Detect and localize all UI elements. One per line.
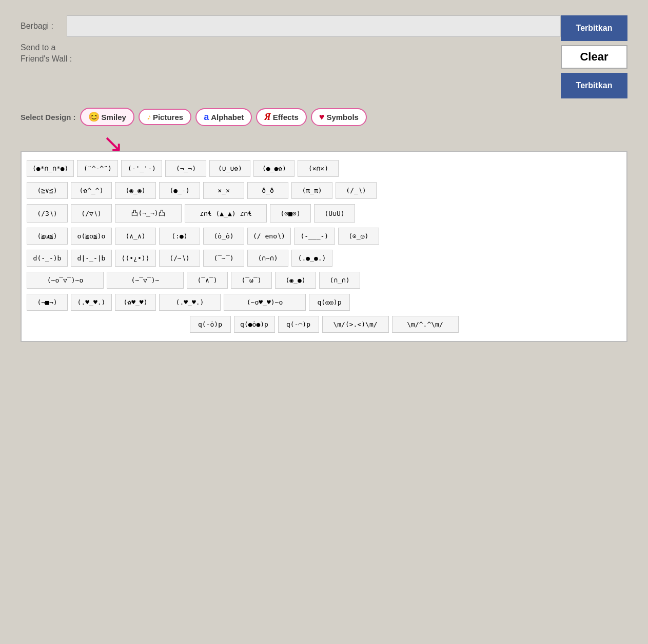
terbitkan-button-top[interactable]: Terbitkan xyxy=(561,15,627,41)
emoji-btn[interactable]: (U∪U) xyxy=(314,204,355,223)
tab-effects-label: Effects xyxy=(273,113,299,122)
emoji-btn[interactable]: (π_π) xyxy=(291,182,332,199)
emoji-btn[interactable]: o(≧o≦)o xyxy=(71,228,112,245)
emoji-btn[interactable]: q(◎◎)p xyxy=(309,294,350,311)
emoji-btn[interactable]: (◉_●) xyxy=(275,272,316,289)
emoji-row-2: (≧∨≦) (✿^_^) (◉_◉) (●_-) ✕_✕ ð_ð (π_π) (… xyxy=(27,182,621,199)
emoji-btn[interactable]: d(-_-)b xyxy=(27,250,68,267)
emoji-btn[interactable]: (◉_◉) xyxy=(115,182,156,199)
emoji-btn[interactable]: (‾∼‾) xyxy=(203,250,244,267)
emoji-btn[interactable]: (-'_'-) xyxy=(121,160,162,177)
symbols-icon: ♥ xyxy=(319,112,325,123)
emoji-btn[interactable]: \m/(>.<)\m/ xyxy=(322,316,389,333)
pictures-icon: ♪ xyxy=(147,112,151,122)
tab-pictures[interactable]: ♪ Pictures xyxy=(139,109,191,125)
tab-pictures-label: Pictures xyxy=(153,113,183,122)
alphabet-icon: a xyxy=(204,112,209,123)
emoji-btn[interactable]: ⟨(•¿•)⟩ xyxy=(115,250,156,267)
arrow-indicator: ↘ xyxy=(103,131,123,156)
tab-smiley-label: Smiley xyxy=(102,113,126,122)
friend-wall-row: Send to aFriend's Wall : xyxy=(21,42,561,65)
emoji-btn[interactable]: 凸(¬_¬)凸 xyxy=(115,204,182,223)
tab-symbols-label: Symbols xyxy=(326,113,359,122)
emoji-row-4: (≧ω≦) o(≧o≦)o (∧_∧) (:●) (ȯ_ȯ) (∕ eno∖) … xyxy=(27,228,621,245)
emoji-btn[interactable]: (≧∨≦) xyxy=(27,182,68,199)
tab-alphabet[interactable]: a Alphabet xyxy=(195,108,252,126)
terbitkan-button-bottom[interactable]: Terbitkan xyxy=(561,73,627,98)
emoji-btn[interactable]: (✿♥_♥) xyxy=(115,294,156,311)
emoji-btn[interactable]: (‾∧‾) xyxy=(187,272,228,289)
emoji-btn[interactable]: (∩_∩) xyxy=(319,272,360,289)
emoji-btn[interactable]: (⊙■⊙) xyxy=(270,204,311,223)
emoji-btn[interactable]: (.♥_♥.) xyxy=(71,294,112,311)
emoji-btn[interactable]: (∕3∖) xyxy=(27,204,68,223)
emoji-btn[interactable]: (¬■¬) xyxy=(27,294,68,311)
emoji-btn[interactable]: (∪_∪✿) xyxy=(209,160,250,177)
share-input[interactable] xyxy=(67,15,561,37)
emoji-grid: (●*∩_∩*●) (¨^-^¨) (-'_'-) (¬_¬) (∪_∪✿) (… xyxy=(21,151,627,342)
emoji-btn[interactable]: (✿^_^) xyxy=(71,182,112,199)
emoji-btn[interactable]: (✕∩✕) xyxy=(298,160,339,177)
emoji-btn[interactable]: (~o‾▽‾)~o xyxy=(27,272,104,289)
select-design-label: Select Design : xyxy=(21,113,76,122)
emoji-btn[interactable]: ɾ∩ɬ (▲_▲) ɾ∩ɬ xyxy=(185,204,267,223)
smiley-icon: 😊 xyxy=(88,111,100,123)
emoji-btn[interactable]: (‾ω‾) xyxy=(231,272,272,289)
top-area: Berbagi : Send to aFriend's Wall : Terbi… xyxy=(21,15,627,98)
emoji-btn[interactable]: (●*∩_∩*●) xyxy=(27,160,74,177)
emoji-btn[interactable]: (∕▽∖) xyxy=(71,204,112,223)
emoji-btn[interactable]: (-___-) xyxy=(294,228,335,245)
right-buttons: Terbitkan Clear Terbitkan xyxy=(561,15,627,98)
emoji-btn[interactable]: (≧ω≦) xyxy=(27,228,68,245)
emoji-btn[interactable]: (∩∼∩) xyxy=(247,250,288,267)
emoji-btn[interactable]: \m/^.^\m/ xyxy=(392,316,459,333)
emoji-btn[interactable]: (∕∼∖) xyxy=(159,250,200,267)
share-row: Berbagi : xyxy=(21,15,561,37)
emoji-btn[interactable]: (~o♥_♥)~o xyxy=(224,294,306,311)
select-design-row: Select Design : 😊 Smiley ♪ Pictures a Al… xyxy=(21,108,627,126)
emoji-btn[interactable]: (~‾▽‾)~ xyxy=(107,272,184,289)
emoji-btn[interactable]: ð_ð xyxy=(247,182,288,199)
emoji-btn[interactable]: (¨^-^¨) xyxy=(77,160,118,177)
effects-icon: Я xyxy=(264,112,270,123)
share-label: Berbagi : xyxy=(21,22,62,31)
tab-alphabet-label: Alphabet xyxy=(211,113,244,122)
emoji-btn[interactable]: (⊙_◎) xyxy=(338,228,379,245)
emoji-row-5: d(-_-)b d|-_-|b ⟨(•¿•)⟩ (∕∼∖) (‾∼‾) (∩∼∩… xyxy=(27,250,621,267)
emoji-row-3: (∕3∖) (∕▽∖) 凸(¬_¬)凸 ɾ∩ɬ (▲_▲) ɾ∩ɬ (⊙■⊙) … xyxy=(27,204,621,223)
clear-button[interactable]: Clear xyxy=(561,45,627,69)
tab-effects[interactable]: Я Effects xyxy=(256,108,306,126)
emoji-btn[interactable]: (.●_●.) xyxy=(291,250,332,267)
left-area: Berbagi : Send to aFriend's Wall : xyxy=(21,15,561,65)
emoji-btn[interactable]: q(-ȯ)p xyxy=(190,316,231,333)
emoji-btn[interactable]: d|-_-|b xyxy=(71,250,112,267)
tab-symbols[interactable]: ♥ Symbols xyxy=(311,108,367,126)
emoji-btn[interactable]: (ȯ_ȯ) xyxy=(203,228,244,245)
emoji-btn[interactable]: (∕ eno∖) xyxy=(247,228,291,245)
emoji-row-7: (¬■¬) (.♥_♥.) (✿♥_♥) (.♥_♥.) (~o♥_♥)~o q… xyxy=(27,294,621,311)
tab-smiley[interactable]: 😊 Smiley xyxy=(80,108,134,126)
emoji-btn[interactable]: (.♥_♥.) xyxy=(159,294,221,311)
emoji-row-6: (~o‾▽‾)~o (~‾▽‾)~ (‾∧‾) (‾ω‾) (◉_●) (∩_∩… xyxy=(27,272,621,289)
emoji-btn[interactable]: (¬_¬) xyxy=(165,160,206,177)
emoji-btn[interactable]: (∕_∖) xyxy=(336,182,377,199)
emoji-row-8: q(-ȯ)p q(●ȯ●)p q(-⌒)p \m/(>.<)\m/ \m/^.^… xyxy=(27,316,621,333)
emoji-btn[interactable]: q(-⌒)p xyxy=(278,316,319,333)
emoji-btn[interactable]: (●_-) xyxy=(159,182,200,199)
main-container: Berbagi : Send to aFriend's Wall : Terbi… xyxy=(10,10,638,347)
emoji-btn[interactable]: (●_●✿) xyxy=(253,160,294,177)
emoji-btn[interactable]: (∧_∧) xyxy=(115,228,156,245)
emoji-btn[interactable]: ✕_✕ xyxy=(203,182,244,199)
emoji-btn[interactable]: (:●) xyxy=(159,228,200,245)
friend-wall-label: Send to aFriend's Wall : xyxy=(21,42,72,65)
emoji-btn[interactable]: q(●ȯ●)p xyxy=(234,316,275,333)
emoji-row-1: (●*∩_∩*●) (¨^-^¨) (-'_'-) (¬_¬) (∪_∪✿) (… xyxy=(27,160,621,177)
